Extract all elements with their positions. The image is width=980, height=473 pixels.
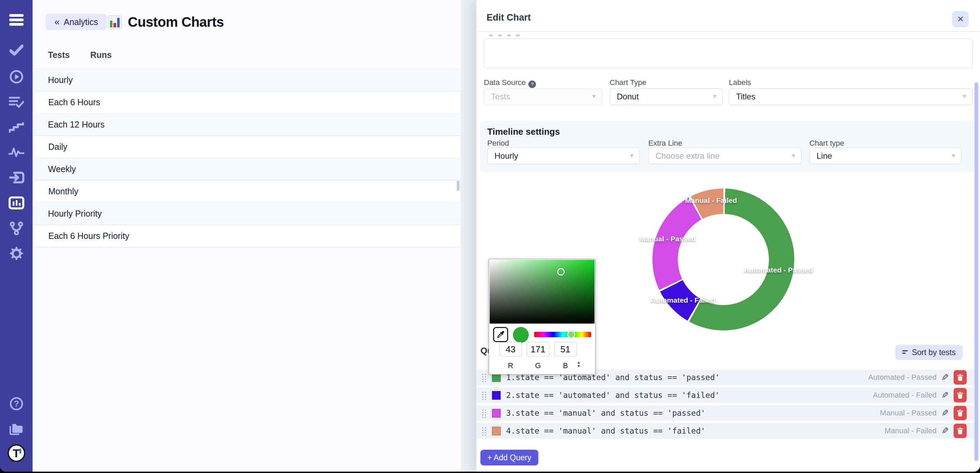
red-label: R [499,361,522,370]
chart-list-item[interactable]: Each 6 Hours Priority [33,225,461,247]
test-plans-icon[interactable] [0,92,33,112]
milestones-steps-icon[interactable] [0,117,33,138]
chart-list-item[interactable]: Daily [33,136,461,158]
drag-handle-icon[interactable] [481,391,487,400]
import-icon[interactable] [0,167,33,188]
trash-icon [957,409,963,416]
drag-handle-icon[interactable] [481,373,487,382]
chevron-down-icon: ▼ [591,93,597,100]
hue-slider[interactable] [534,332,591,337]
back-label: Analytics [64,17,98,27]
red-input[interactable] [499,342,522,357]
donut-slice-label: Automated - Passed [744,266,813,274]
runs-play-icon[interactable] [0,67,33,87]
drag-handle-icon[interactable] [481,427,487,436]
drawer-scrollbar[interactable] [975,82,978,461]
query-row: 3.state == 'manual' and status == 'passe… [476,405,975,421]
tab-tests[interactable]: Tests [48,50,70,60]
menu-icon[interactable] [0,10,33,30]
chart-list-item[interactable]: Hourly Priority [33,202,461,225]
color-mode-toggle-icon[interactable]: ▲▼ [577,361,581,368]
chevron-down-icon: ▼ [961,93,967,100]
timeline-settings-card: Timeline settings Period Extra Line Char… [480,121,976,172]
green-input[interactable] [527,342,549,357]
close-icon[interactable]: ✕ [952,11,969,27]
edit-chart-drawer: Edit Chart ✕ Data Source? Chart Type Lab… [476,0,980,471]
logo-t-icon[interactable]: T [0,443,33,463]
panel-gutter [461,0,476,471]
query-row: 2.state == 'automated' and status == 'fa… [476,387,975,403]
donut-chart[interactable] [652,188,794,330]
bar-chart-emoji-icon [108,16,122,29]
delete-query-button[interactable] [954,370,967,385]
chart-type-select[interactable]: Donut▼ [609,88,723,105]
green-label: G [527,361,549,370]
edit-pencil-icon[interactable]: ✎ [941,426,949,436]
timeline-chart-type-select[interactable]: Line▼ [809,148,961,164]
period-select[interactable]: Hourly▼ [487,148,640,164]
left-panel-scrollbar[interactable] [457,181,460,191]
help-icon[interactable]: ? [0,393,33,414]
chart-list: Hourly Each 6 Hours Each 12 Hours Daily … [33,69,461,247]
edit-pencil-icon[interactable]: ✎ [941,390,949,401]
query-rows: 1.state == 'automated' and status == 'pa… [476,369,975,441]
donut-slice-label: Manual - Passed [640,235,696,243]
tabs: Tests Runs [48,50,112,60]
query-text: state == 'manual' and status == 'failed' [516,427,706,435]
chart-list-item[interactable]: Each 12 Hours [33,113,461,136]
delete-query-button[interactable] [954,424,967,438]
labels-label: Labels [729,78,751,87]
color-swatch[interactable] [490,407,502,419]
query-text: state == 'automated' and status == 'fail… [516,391,719,400]
sort-by-tests-button[interactable]: Sort by tests [896,345,963,360]
settings-gear-icon[interactable] [0,244,33,264]
pulse-icon[interactable] [0,142,33,162]
tab-runs[interactable]: Runs [90,50,112,60]
sidebar: ? T [0,0,33,471]
tests-check-icon[interactable] [0,40,33,61]
delete-query-button[interactable] [954,406,967,420]
branches-icon[interactable] [0,218,33,239]
edit-pencil-icon[interactable]: ✎ [941,372,949,383]
chart-type-label: Chart Type [609,78,646,87]
color-picker-popup: R G B ▲▼ [488,259,595,374]
chart-list-item[interactable]: Weekly [33,158,461,180]
query-row: 4.state == 'manual' and status == 'faile… [476,423,975,439]
back-to-analytics-button[interactable]: « Analytics [46,14,107,30]
query-label: Automated - Failed [873,391,937,400]
query-text: state == 'manual' and status == 'passed' [516,409,706,417]
chart-description-textarea[interactable] [484,38,972,68]
current-color-preview [513,327,529,343]
page-title: Custom Charts [128,14,224,30]
chart-list-item[interactable]: Hourly [33,69,461,91]
chevron-down-icon: ▼ [629,153,635,159]
drawer-divider [476,31,980,32]
blue-input[interactable] [554,342,577,357]
clipped-field-label [489,35,522,36]
data-source-label: Data Source? [484,78,536,88]
donut-slice-label: Manual - Failed [685,196,737,205]
chart-list-item[interactable]: Monthly [33,180,461,202]
chart-list-item[interactable]: Each 6 Hours [33,91,461,113]
saturation-area[interactable] [490,260,595,323]
eyedropper-button[interactable] [493,327,508,342]
trash-icon [957,427,963,434]
trash-icon [957,392,963,399]
saturation-cursor[interactable] [557,268,565,276]
hue-handle[interactable] [567,330,575,339]
delete-query-button[interactable] [954,388,967,402]
drag-handle-icon[interactable] [481,409,487,418]
color-swatch[interactable] [490,389,502,401]
analytics-chart-icon[interactable] [0,193,33,213]
extra-line-select[interactable]: Choose extra line▼ [648,148,802,164]
help-icon[interactable]: ? [528,81,536,88]
color-swatch[interactable] [490,425,502,437]
projects-folder-icon[interactable] [0,419,33,440]
edit-pencil-icon[interactable]: ✎ [941,408,949,419]
timeline-settings-heading: Timeline settings [487,126,560,137]
back-chevrons: « [54,17,60,27]
drawer-title: Edit Chart [487,12,531,23]
labels-select[interactable]: Titles▼ [729,88,972,105]
chevron-down-icon: ▼ [951,153,956,159]
add-query-button[interactable]: + Add Query [480,450,538,465]
